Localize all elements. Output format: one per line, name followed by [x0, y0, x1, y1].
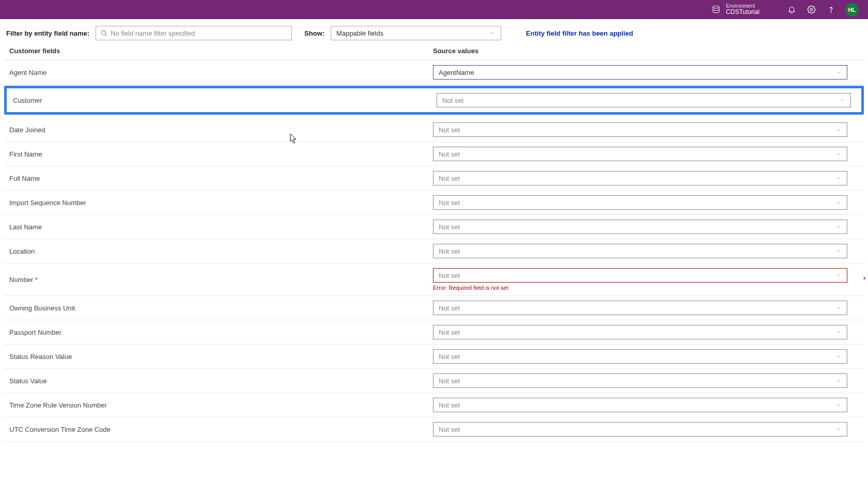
show-label: Show: [304, 29, 324, 37]
column-header-source-values: Source values [433, 47, 859, 55]
field-row: Full NameNot set [3, 166, 865, 191]
source-value-cell: Not set [433, 244, 859, 258]
show-dropdown-value: Mappable fields [336, 29, 383, 37]
source-value-dropdown[interactable]: Not set [433, 122, 847, 137]
source-value-text: Not set [439, 126, 460, 134]
source-value-cell: Not set [433, 373, 859, 388]
source-value-dropdown[interactable]: Not set [433, 220, 847, 234]
source-value-dropdown[interactable]: Not set [433, 244, 847, 258]
settings-icon[interactable] [803, 2, 819, 18]
source-value-text: Not set [439, 426, 460, 433]
environment-picker[interactable]: Environment CDSTutorial [711, 3, 760, 16]
source-value-cell: AgentName [433, 65, 859, 80]
source-value-dropdown[interactable]: Not set [433, 422, 847, 436]
field-mapping-rows: Agent NameAgentNameCustomerNot setDate J… [0, 60, 868, 442]
source-value-cell: Not set [433, 171, 859, 185]
field-label: Time Zone Rule Version Number [9, 401, 433, 409]
source-value-dropdown[interactable]: Not set [433, 268, 847, 283]
environment-label: Environment [726, 3, 760, 9]
field-row: Number *Not setError: Required field is … [3, 263, 865, 296]
field-label: Import Sequence Number [9, 199, 433, 207]
field-row: LocationNot set [3, 239, 865, 263]
chevron-down-icon [835, 426, 842, 432]
source-value-cell: Not set [433, 301, 859, 315]
source-value-dropdown[interactable]: Not set [433, 349, 847, 364]
chevron-down-icon [835, 248, 842, 254]
svg-point-0 [713, 6, 719, 9]
chevron-down-icon [839, 97, 845, 103]
source-value-dropdown[interactable]: Not set [433, 171, 847, 185]
help-icon[interactable] [823, 2, 839, 18]
field-label: Status Reason Value [9, 353, 433, 361]
field-row: First NameNot set [3, 142, 865, 166]
svg-point-1 [810, 8, 812, 10]
field-row: Status ValueNot set [3, 369, 865, 393]
field-label: Number * [9, 276, 433, 284]
source-value-cell: Not set [433, 195, 859, 210]
source-value-cell: Not set [433, 398, 859, 412]
field-row: Passport NumberNot set [3, 320, 865, 345]
app-header: Environment CDSTutorial HL [0, 0, 868, 19]
field-row: Time Zone Rule Version NumberNot set [3, 393, 865, 417]
chevron-down-icon [835, 175, 842, 181]
source-value-text: Not set [439, 247, 460, 255]
environment-icon [711, 5, 721, 14]
source-value-dropdown[interactable]: AgentName [433, 65, 847, 80]
field-row: Import Sequence NumberNot set [3, 191, 865, 215]
source-value-cell: Not set [433, 220, 859, 234]
source-value-cell: Not set [433, 122, 859, 137]
field-row: Last NameNot set [3, 215, 865, 239]
source-value-text: Not set [439, 353, 460, 361]
chevron-down-icon [835, 305, 842, 311]
field-error-message: Error: Required field is not set [433, 285, 508, 291]
source-value-text: Not set [439, 150, 460, 158]
source-value-text: Not set [439, 223, 460, 231]
filter-label: Filter by entity field name: [6, 29, 89, 37]
source-value-cell: Not set [433, 349, 859, 364]
field-row: Status Reason ValueNot set [3, 345, 865, 369]
notifications-icon[interactable] [783, 2, 800, 18]
source-value-dropdown[interactable]: Not set [433, 195, 847, 210]
source-value-dropdown[interactable]: Not set [433, 147, 847, 161]
field-row: CustomerNot set [7, 88, 861, 112]
chevron-down-icon [835, 378, 842, 384]
field-filter-input[interactable] [111, 29, 287, 37]
source-value-text: Not set [439, 175, 460, 182]
user-avatar[interactable]: HL [845, 3, 859, 17]
source-value-text: Not set [439, 304, 460, 312]
field-label: Last Name [9, 223, 433, 231]
field-row: Date JoinedNot set [3, 118, 865, 142]
field-label: Date Joined [9, 126, 433, 134]
field-label: UTC Conversion Time Zone Code [9, 426, 433, 433]
source-value-text: Not set [439, 329, 460, 336]
source-value-dropdown[interactable]: Not set [433, 373, 847, 388]
svg-point-2 [830, 11, 831, 12]
source-value-dropdown[interactable]: Not set [433, 325, 847, 339]
required-indicator: * [863, 275, 866, 284]
chevron-down-icon [835, 127, 842, 133]
chevron-down-icon [835, 402, 842, 408]
source-value-text: Not set [439, 272, 460, 279]
field-row: Agent NameAgentName [3, 60, 865, 85]
environment-text: Environment CDSTutorial [726, 3, 760, 16]
source-value-cell: Not setError: Required field is not set [433, 268, 859, 291]
show-dropdown[interactable]: Mappable fields [331, 26, 501, 40]
chevron-down-icon [835, 151, 842, 157]
source-value-dropdown[interactable]: Not set [433, 398, 847, 412]
field-row: Owning Business UnitNot set [3, 296, 865, 320]
field-label: Agent Name [9, 69, 433, 76]
field-row: UTC Conversion Time Zone CodeNot set [3, 417, 865, 442]
source-value-cell: Not set [433, 147, 859, 161]
source-value-text: Not set [439, 401, 460, 409]
source-value-dropdown[interactable]: Not set [433, 301, 847, 315]
field-label: First Name [9, 150, 433, 158]
source-value-text: Not set [439, 199, 460, 207]
column-header-customer-fields: Customer fields [9, 47, 433, 55]
field-label: Status Value [9, 377, 433, 385]
chevron-down-icon [835, 353, 842, 360]
field-filter-input-wrapper[interactable] [96, 26, 292, 40]
field-label: Location [9, 247, 433, 255]
source-value-text: Not set [442, 97, 463, 104]
source-value-dropdown[interactable]: Not set [437, 93, 851, 107]
chevron-down-icon [835, 329, 842, 335]
